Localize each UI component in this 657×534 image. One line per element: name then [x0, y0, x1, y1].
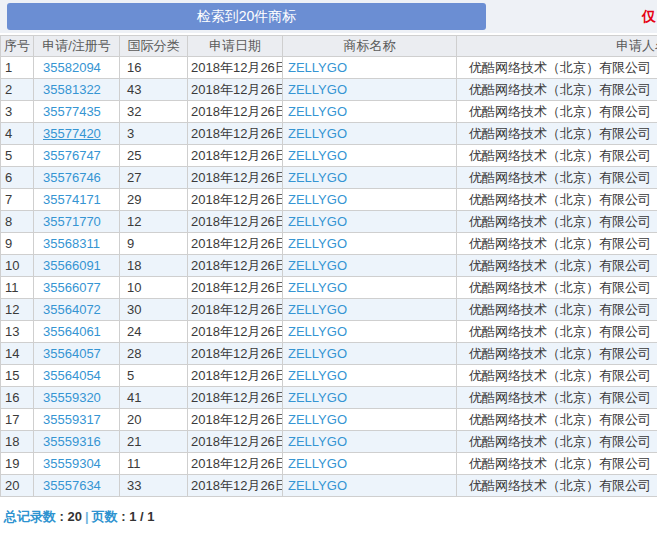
- registration-number-link[interactable]: 35559320: [43, 390, 101, 405]
- cell-reg_no: 35577435: [34, 101, 120, 123]
- cell-applicant: 优酷网络技术（北京）有限公司: [457, 321, 657, 343]
- registration-number-link[interactable]: 35577420: [43, 126, 101, 141]
- cell-intl_class: 5: [120, 365, 188, 387]
- column-header-4: 商标名称: [283, 36, 457, 57]
- column-header-2: 国际分类: [120, 36, 188, 57]
- right-red-note: 仅: [642, 8, 656, 26]
- table-row: 1835559316212018年12月26日ZELLYGO优酷网络技术（北京）…: [1, 431, 657, 453]
- table-row: 1135566077102018年12月26日ZELLYGO优酷网络技术（北京）…: [1, 277, 657, 299]
- cell-applicant: 优酷网络技术（北京）有限公司: [457, 277, 657, 299]
- table-row: 235581322432018年12月26日ZELLYGO优酷网络技术（北京）有…: [1, 79, 657, 101]
- footer-separator: |: [82, 509, 92, 524]
- cell-applicant: 优酷网络技术（北京）有限公司: [457, 79, 657, 101]
- cell-no: 14: [1, 343, 34, 365]
- cell-trademark: ZELLYGO: [283, 321, 457, 343]
- cell-trademark: ZELLYGO: [283, 387, 457, 409]
- cell-applicant: 优酷网络技术（北京）有限公司: [457, 431, 657, 453]
- cell-trademark: ZELLYGO: [283, 453, 457, 475]
- registration-number-link[interactable]: 35576747: [43, 148, 101, 163]
- cell-no: 9: [1, 233, 34, 255]
- cell-reg_no: 35564061: [34, 321, 120, 343]
- registration-number-link[interactable]: 35566091: [43, 258, 101, 273]
- cell-no: 1: [1, 57, 34, 79]
- pages-label: 页数: [92, 509, 118, 524]
- registration-number-link[interactable]: 35559304: [43, 456, 101, 471]
- cell-reg_no: 35559304: [34, 453, 120, 475]
- cell-apply_date: 2018年12月26日: [188, 101, 283, 123]
- cell-apply_date: 2018年12月26日: [188, 211, 283, 233]
- cell-no: 3: [1, 101, 34, 123]
- cell-intl_class: 27: [120, 167, 188, 189]
- registration-number-link[interactable]: 35581322: [43, 82, 101, 97]
- results-table-container: 序号申请/注册号国际分类申请日期商标名称申请人名称 13558209416201…: [0, 35, 657, 497]
- table-row: 153556405452018年12月26日ZELLYGO优酷网络技术（北京）有…: [1, 365, 657, 387]
- cell-intl_class: 10: [120, 277, 188, 299]
- cell-intl_class: 9: [120, 233, 188, 255]
- cell-intl_class: 24: [120, 321, 188, 343]
- results-table: 序号申请/注册号国际分类申请日期商标名称申请人名称 13558209416201…: [0, 35, 657, 497]
- cell-reg_no: 35564057: [34, 343, 120, 365]
- registration-number-link[interactable]: 35559316: [43, 434, 101, 449]
- table-row: 635576746272018年12月26日ZELLYGO优酷网络技术（北京）有…: [1, 167, 657, 189]
- cell-no: 11: [1, 277, 34, 299]
- result-count-banner: 检索到20件商标: [7, 3, 486, 30]
- registration-number-link[interactable]: 35564057: [43, 346, 101, 361]
- cell-no: 20: [1, 475, 34, 497]
- registration-number-link[interactable]: 35557634: [43, 478, 101, 493]
- table-row: 735574171292018年12月26日ZELLYGO优酷网络技术（北京）有…: [1, 189, 657, 211]
- table-row: 535576747252018年12月26日ZELLYGO优酷网络技术（北京）有…: [1, 145, 657, 167]
- cell-apply_date: 2018年12月26日: [188, 123, 283, 145]
- cell-reg_no: 35566077: [34, 277, 120, 299]
- cell-intl_class: 25: [120, 145, 188, 167]
- table-row: 1935559304112018年12月26日ZELLYGO优酷网络技术（北京）…: [1, 453, 657, 475]
- column-header-5: 申请人名称: [457, 36, 657, 57]
- table-row: 835571770122018年12月26日ZELLYGO优酷网络技术（北京）有…: [1, 211, 657, 233]
- table-row: 2035557634332018年12月26日ZELLYGO优酷网络技术（北京）…: [1, 475, 657, 497]
- cell-trademark: ZELLYGO: [283, 343, 457, 365]
- cell-trademark: ZELLYGO: [283, 409, 457, 431]
- cell-intl_class: 12: [120, 211, 188, 233]
- cell-apply_date: 2018年12月26日: [188, 343, 283, 365]
- table-row: 1735559317202018年12月26日ZELLYGO优酷网络技术（北京）…: [1, 409, 657, 431]
- registration-number-link[interactable]: 35559317: [43, 412, 101, 427]
- cell-intl_class: 29: [120, 189, 188, 211]
- cell-applicant: 优酷网络技术（北京）有限公司: [457, 57, 657, 79]
- cell-trademark: ZELLYGO: [283, 167, 457, 189]
- cell-trademark: ZELLYGO: [283, 101, 457, 123]
- cell-no: 12: [1, 299, 34, 321]
- registration-number-link[interactable]: 35564054: [43, 368, 101, 383]
- table-row: 1235564072302018年12月26日ZELLYGO优酷网络技术（北京）…: [1, 299, 657, 321]
- cell-reg_no: 35557634: [34, 475, 120, 497]
- cell-trademark: ZELLYGO: [283, 475, 457, 497]
- registration-number-link[interactable]: 35577435: [43, 104, 101, 119]
- table-row: 1435564057282018年12月26日ZELLYGO优酷网络技术（北京）…: [1, 343, 657, 365]
- total-records-label: 总记录数: [4, 509, 56, 524]
- cell-apply_date: 2018年12月26日: [188, 233, 283, 255]
- cell-trademark: ZELLYGO: [283, 431, 457, 453]
- registration-number-link[interactable]: 35566077: [43, 280, 101, 295]
- table-row: 135582094162018年12月26日ZELLYGO优酷网络技术（北京）有…: [1, 57, 657, 79]
- cell-applicant: 优酷网络技术（北京）有限公司: [457, 453, 657, 475]
- registration-number-link[interactable]: 35568311: [43, 236, 100, 251]
- registration-number-link[interactable]: 35574171: [43, 192, 101, 207]
- registration-number-link[interactable]: 35564072: [43, 302, 101, 317]
- table-row: 43557742032018年12月26日ZELLYGO优酷网络技术（北京）有限…: [1, 123, 657, 145]
- cell-applicant: 优酷网络技术（北京）有限公司: [457, 123, 657, 145]
- cell-applicant: 优酷网络技术（北京）有限公司: [457, 167, 657, 189]
- table-row: 93556831192018年12月26日ZELLYGO优酷网络技术（北京）有限…: [1, 233, 657, 255]
- registration-number-link[interactable]: 35564061: [43, 324, 101, 339]
- table-row: 1635559320412018年12月26日ZELLYGO优酷网络技术（北京）…: [1, 387, 657, 409]
- cell-intl_class: 3: [120, 123, 188, 145]
- registration-number-link[interactable]: 35571770: [43, 214, 101, 229]
- results-header-bar: 检索到20件商标 仅: [0, 0, 657, 33]
- cell-no: 5: [1, 145, 34, 167]
- pages-value: 1 / 1: [129, 509, 154, 524]
- cell-applicant: 优酷网络技术（北京）有限公司: [457, 255, 657, 277]
- pagination-summary: 总记录数 : 20|页数 : 1 / 1: [0, 508, 657, 526]
- registration-number-link[interactable]: 35582094: [43, 60, 101, 75]
- trademark-search-results-page: 检索到20件商标 仅 序号申请/注册号国际分类申请日期商标名称申请人名称 135…: [0, 0, 657, 534]
- registration-number-link[interactable]: 35576746: [43, 170, 101, 185]
- column-header-0: 序号: [1, 36, 34, 57]
- cell-intl_class: 30: [120, 299, 188, 321]
- cell-apply_date: 2018年12月26日: [188, 431, 283, 453]
